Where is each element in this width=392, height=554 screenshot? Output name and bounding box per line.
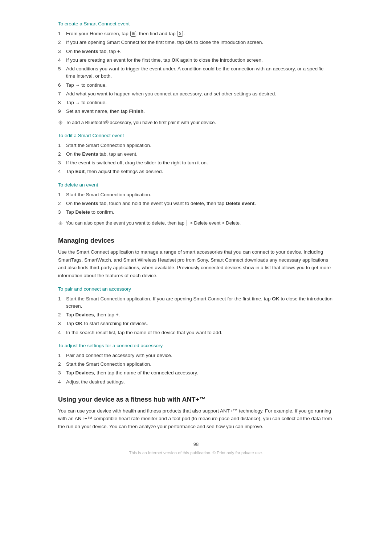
home-icon: ⊞ — [130, 31, 136, 37]
list-item: 3 On the Events tab, tap +. — [58, 48, 334, 55]
create-event-heading: To create a Smart Connect event — [58, 21, 334, 26]
tip-icon: ✳ — [58, 119, 63, 126]
list-item: 2 Start the Smart Connection application… — [58, 361, 334, 368]
list-item: 1 Start the Smart Connection application… — [58, 295, 334, 310]
list-item: 3 Tap Delete to confirm. — [58, 209, 334, 216]
list-item: 8 Tap → to continue. — [58, 99, 334, 106]
delete-event-section: To delete an event 1 Start the Smart Con… — [58, 182, 334, 227]
arrow-icon: → — [75, 82, 80, 89]
arrow-icon: → — [75, 99, 80, 107]
list-item: 2 If you are opening Smart Connect for t… — [58, 39, 334, 46]
list-item: 2 Tap Devices, then tap +. — [58, 311, 334, 319]
delete-event-heading: To delete an event — [58, 182, 334, 188]
list-item: 2 On the Events tab, tap an event. — [58, 151, 334, 158]
fitness-hub-heading: Using your device as a fitness hub with … — [58, 396, 334, 403]
create-event-tip: ✳ To add a Bluetooth® accessory, you hav… — [58, 119, 334, 126]
list-item: 4 If you are creating an event for the f… — [58, 57, 334, 64]
list-item: 4 Tap Edit, then adjust the settings as … — [58, 168, 334, 175]
adjust-settings-section: To adjust the settings for a connected a… — [58, 343, 334, 386]
adjust-settings-heading: To adjust the settings for a connected a… — [58, 343, 334, 348]
tip-icon: ✳ — [58, 220, 63, 227]
list-item: 1 Start the Smart Connection application… — [58, 191, 334, 198]
list-item: 3 Tap OK to start searching for devices. — [58, 320, 334, 327]
pair-connect-list: 1 Start the Smart Connection application… — [58, 295, 334, 336]
list-item: 1 Start the Smart Connection application… — [58, 142, 334, 149]
create-event-list: 1 From your Home screen, tap ⊞, then fin… — [58, 30, 334, 115]
list-item: 3 Tap Devices, then tap the name of the … — [58, 369, 334, 377]
footer-note: This is an Internet version of this publ… — [58, 451, 334, 455]
pair-connect-section: To pair and connect an accessory 1 Start… — [58, 286, 334, 336]
list-item: 3 If the event is switched off, drag the… — [58, 159, 334, 167]
delete-tip-text: You can also open the event you want to … — [66, 219, 334, 227]
list-item: 1 From your Home screen, tap ⊞, then fin… — [58, 30, 334, 37]
edit-event-heading: To edit a Smart Connect event — [58, 133, 334, 138]
list-item: 4 In the search result list, tap the nam… — [58, 329, 334, 336]
list-item: 9 Set an event name, then tap Finish. — [58, 108, 334, 115]
managing-devices-section: Managing devices Use the Smart Connect a… — [58, 237, 334, 279]
create-event-section: To create a Smart Connect event 1 From y… — [58, 21, 334, 126]
adjust-settings-list: 1 Pair and connect the accessory with yo… — [58, 352, 334, 386]
list-item: 5 Add conditions you want to trigger the… — [58, 65, 334, 80]
page-number: 98 — [58, 442, 334, 447]
fitness-hub-section: Using your device as a fitness hub with … — [58, 396, 334, 431]
list-item: 4 Adjust the desired settings. — [58, 378, 334, 386]
list-item: 6 Tap → to continue. — [58, 82, 334, 89]
managing-devices-body: Use the Smart Connect application to man… — [58, 248, 334, 279]
list-item: 2 On the Events tab, touch and hold the … — [58, 200, 334, 207]
delete-event-tip: ✳ You can also open the event you want t… — [58, 219, 334, 227]
edit-event-list: 1 Start the Smart Connection application… — [58, 142, 334, 176]
edit-event-section: To edit a Smart Connect event 1 Start th… — [58, 133, 334, 176]
tip-text: To add a Bluetooth® accessory, you have … — [66, 119, 334, 126]
pair-connect-heading: To pair and connect an accessory — [58, 286, 334, 292]
page: To create a Smart Connect event 1 From y… — [0, 0, 392, 554]
delete-event-list: 1 Start the Smart Connection application… — [58, 191, 334, 216]
list-item: 1 Pair and connect the accessory with yo… — [58, 352, 334, 359]
list-item: 7 Add what you want to happen when you c… — [58, 90, 334, 98]
smart-connect-icon: S — [177, 31, 183, 37]
managing-devices-heading: Managing devices — [58, 237, 334, 245]
fitness-hub-body: You can use your device with health and … — [58, 407, 334, 431]
